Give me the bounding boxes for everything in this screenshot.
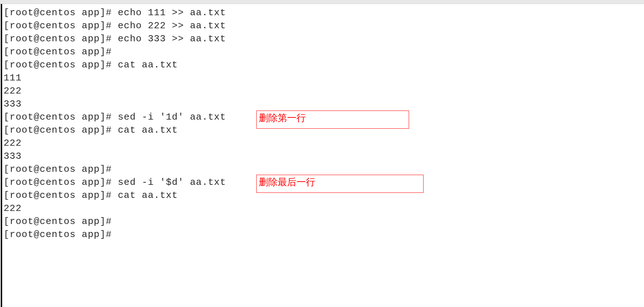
terminal-line: 333 xyxy=(4,98,644,111)
terminal-line: 222 xyxy=(4,137,644,150)
terminal-area[interactable]: [root@centos app]# echo 111 >> aa.txt [r… xyxy=(1,4,644,307)
terminal-line: [root@centos app]# echo 333 >> aa.txt xyxy=(4,32,644,45)
terminal-line: [root@centos app]# echo 222 >> aa.txt xyxy=(4,19,644,32)
terminal-line: [root@centos app]# cat aa.txt xyxy=(4,58,644,71)
annotation-delete-last-line: 删除最后一行 xyxy=(256,175,424,193)
terminal-line: [root@centos app]# xyxy=(4,215,644,228)
window-top-strip xyxy=(0,0,644,4)
terminal-line: 222 xyxy=(4,202,644,215)
terminal-line: 222 xyxy=(4,84,644,98)
terminal-line: [root@centos app]# xyxy=(4,228,644,241)
terminal-line: 111 xyxy=(4,71,644,84)
terminal-line: [root@centos app]# xyxy=(4,45,644,58)
annotation-delete-first-line: 删除第一行 xyxy=(256,111,409,129)
terminal-line: [root@centos app]# echo 111 >> aa.txt xyxy=(4,6,644,19)
terminal-line: 333 xyxy=(4,150,644,163)
terminal-line: [root@centos app]# xyxy=(4,163,644,176)
